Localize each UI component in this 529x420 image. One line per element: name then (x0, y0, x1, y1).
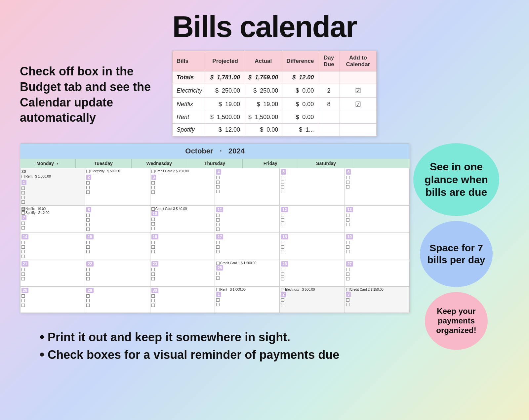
day-checkbox[interactable] (86, 273, 90, 276)
day-checkbox[interactable] (86, 277, 90, 280)
day-checkbox[interactable] (281, 241, 284, 244)
bill-checkbox[interactable] (346, 288, 349, 291)
day-checkbox[interactable] (346, 273, 349, 276)
day-checkbox[interactable] (21, 200, 25, 204)
day-checkbox[interactable] (281, 277, 284, 280)
day-checkbox[interactable] (346, 268, 349, 271)
bill-checkbox[interactable] (151, 170, 155, 173)
day-checkbox[interactable] (281, 223, 284, 226)
day-checkbox[interactable] (86, 218, 90, 222)
day-checkbox[interactable] (21, 255, 25, 258)
day-checkbox[interactable] (151, 250, 155, 253)
day-checkbox[interactable] (281, 250, 284, 253)
day-checkbox[interactable] (21, 268, 25, 271)
day-checkbox[interactable] (151, 277, 155, 280)
day-checkbox[interactable] (281, 303, 284, 306)
day-checkbox[interactable] (346, 277, 349, 280)
day-checkbox[interactable] (346, 223, 349, 226)
day-checkbox[interactable] (216, 303, 220, 306)
day-checkbox[interactable] (151, 222, 155, 226)
day-checkbox[interactable] (216, 228, 220, 231)
bill-checkbox[interactable] (216, 262, 220, 265)
day-checkbox[interactable] (216, 214, 220, 217)
day-checkbox[interactable] (151, 181, 155, 185)
day-checkbox[interactable] (21, 304, 25, 307)
day-checkbox[interactable] (281, 214, 284, 217)
day-checkbox[interactable] (281, 268, 284, 271)
day-checkbox[interactable] (86, 186, 90, 189)
day-checkbox[interactable] (21, 241, 25, 244)
bill-checkbox[interactable]: ☑ (21, 207, 25, 211)
day-checkbox[interactable] (86, 268, 90, 271)
day-checkbox[interactable] (21, 187, 25, 190)
day-checkbox[interactable] (281, 273, 284, 276)
day-checkbox[interactable] (216, 181, 220, 184)
day-checkbox[interactable] (281, 298, 284, 302)
day-checkbox[interactable] (21, 277, 25, 280)
day-checkbox[interactable] (346, 245, 349, 249)
day-checkbox[interactable] (151, 190, 155, 194)
day-checkbox[interactable] (21, 250, 25, 253)
day-checkbox[interactable] (151, 294, 155, 298)
day-checkbox[interactable] (216, 241, 220, 244)
day-checkbox[interactable] (281, 176, 284, 179)
day-checkbox[interactable] (216, 276, 220, 280)
day-checkbox[interactable] (86, 299, 90, 302)
day-checkbox[interactable] (21, 273, 25, 276)
day-checkbox[interactable] (86, 228, 90, 231)
day-checkbox[interactable] (216, 250, 220, 253)
bill-checkbox[interactable] (21, 175, 25, 178)
bill-checkbox[interactable] (216, 288, 220, 291)
day-checkbox[interactable] (216, 190, 220, 193)
day-checkbox[interactable] (86, 294, 90, 298)
bill-checkbox[interactable] (86, 170, 90, 173)
day-checkbox[interactable] (346, 241, 349, 244)
day-checkbox[interactable] (216, 298, 220, 302)
day-checkbox[interactable] (86, 304, 90, 307)
day-checkbox[interactable] (21, 222, 25, 225)
day-checkbox[interactable] (21, 196, 25, 199)
day-checkbox[interactable] (281, 190, 284, 193)
day-checkbox[interactable] (151, 218, 155, 221)
day-checkbox[interactable] (346, 214, 349, 217)
day-checkbox[interactable] (151, 245, 155, 249)
day-checkbox[interactable] (151, 227, 155, 230)
day-checkbox[interactable] (281, 185, 284, 189)
day-checkbox[interactable] (86, 250, 90, 253)
day-checkbox[interactable] (216, 218, 220, 222)
day-checkbox[interactable] (86, 223, 90, 226)
day-checkbox[interactable] (21, 294, 25, 298)
day-checkbox[interactable] (216, 245, 220, 249)
day-checkbox[interactable] (21, 245, 25, 249)
day-checkbox[interactable] (281, 245, 284, 249)
day-checkbox[interactable] (281, 181, 284, 184)
day-checkbox[interactable] (281, 218, 284, 222)
day-checkbox[interactable] (346, 303, 349, 306)
day-checkbox[interactable] (86, 181, 90, 185)
day-checkbox[interactable] (216, 223, 220, 226)
day-checkbox[interactable] (151, 241, 155, 244)
day-checkbox[interactable] (86, 190, 90, 194)
day-checkbox[interactable] (21, 299, 25, 302)
bill-checkbox[interactable] (21, 211, 25, 215)
day-checkbox[interactable] (151, 268, 155, 271)
bill-checkbox[interactable] (281, 288, 284, 291)
day-checkbox[interactable] (346, 298, 349, 302)
day-checkbox[interactable] (346, 185, 349, 189)
day-checkbox[interactable] (216, 176, 220, 179)
day-checkbox[interactable] (346, 176, 349, 179)
day-checkbox[interactable] (346, 218, 349, 222)
day-checkbox[interactable] (151, 186, 155, 189)
day-checkbox[interactable] (86, 245, 90, 249)
day-checkbox[interactable] (86, 241, 90, 244)
day-checkbox[interactable] (21, 191, 25, 194)
day-checkbox[interactable] (346, 250, 349, 253)
day-checkbox[interactable] (216, 272, 220, 275)
day-checkbox[interactable] (151, 304, 155, 307)
day-checkbox[interactable] (346, 181, 349, 184)
day-checkbox[interactable] (151, 273, 155, 276)
day-checkbox[interactable] (216, 185, 220, 189)
day-checkbox[interactable] (86, 214, 90, 217)
day-checkbox[interactable] (151, 299, 155, 302)
day-checkbox[interactable] (21, 226, 25, 230)
